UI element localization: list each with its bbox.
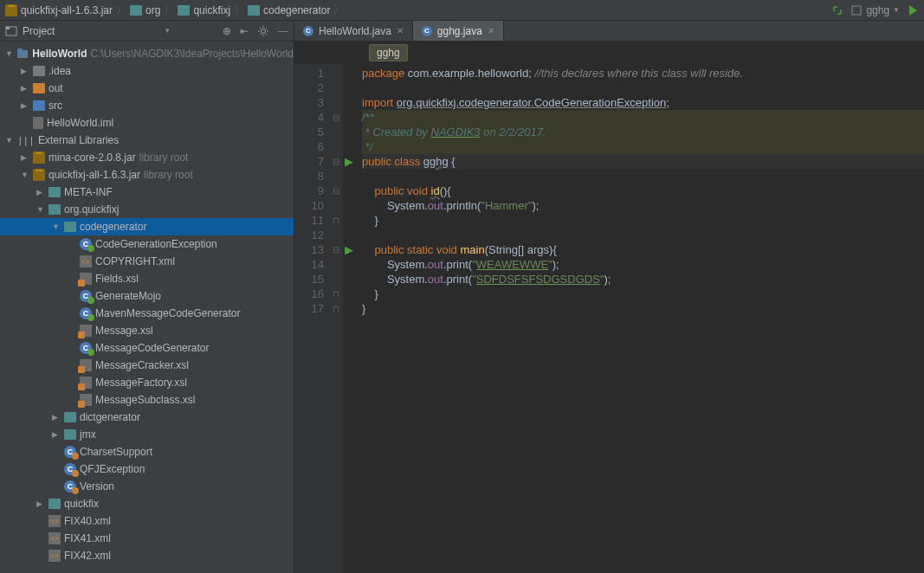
collapse-icon[interactable]: ⇤ <box>240 25 249 37</box>
tree-item[interactable]: ▼|||External Libraries <box>0 132 294 149</box>
tree-item[interactable]: MessageCracker.xsl <box>0 357 294 374</box>
code-line[interactable]: } <box>362 301 924 316</box>
tree-item[interactable]: ▶jmx <box>0 426 294 443</box>
tree-item[interactable]: CMessageCodeGenerator <box>0 339 294 357</box>
code-line[interactable]: * Created by NAGDIK3 on 2/2/2017. <box>362 125 924 139</box>
fold-icon[interactable]: ⊟ <box>333 242 339 257</box>
expand-arrow-icon[interactable]: ▼ <box>36 205 45 214</box>
tree-item[interactable]: CCharsetSupport <box>0 443 294 460</box>
tree-item[interactable]: <>FIX42.xml <box>0 547 294 564</box>
tree-item[interactable]: ▼org.quickfixj <box>0 201 294 218</box>
code-area[interactable]: 1234567891011121314151617 ⊟⊟⊟⊓⊟⊓⊓ ▶▶ pac… <box>294 64 924 573</box>
expand-arrow-icon[interactable]: ▼ <box>5 136 14 145</box>
code-line[interactable]: System.out.println("Hammer"); <box>362 198 924 213</box>
expand-arrow-icon[interactable]: ▼ <box>5 49 13 58</box>
code-line[interactable] <box>362 169 924 183</box>
run-line-icon[interactable]: ▶ <box>345 154 353 169</box>
class-icon: C <box>80 290 92 302</box>
tree-item[interactable]: CGenerateMojo <box>0 287 294 305</box>
tree-item[interactable]: ▼quickfixj-all-1.6.3.jar library root <box>0 166 294 183</box>
breadcrumb-item[interactable]: codegenerator〉 <box>248 3 344 17</box>
fold-icon[interactable]: ⊓ <box>333 301 339 316</box>
run-icon[interactable] <box>907 4 919 16</box>
line-number: 14 <box>294 257 324 272</box>
run-line-icon[interactable]: ▶ <box>345 242 353 257</box>
tree-item[interactable]: ▶src <box>0 97 294 114</box>
breadcrumb-item[interactable]: org〉 <box>130 3 174 17</box>
tree-item[interactable]: ▼HelloWorld C:\Users\NAGDIK3\IdeaProject… <box>0 45 294 62</box>
line-number: 8 <box>294 169 324 183</box>
fold-icon[interactable]: ⊟ <box>333 154 339 169</box>
expand-arrow-icon[interactable]: ▶ <box>21 67 29 75</box>
tree-item[interactable]: <>COPYRIGHT.xml <box>0 253 294 270</box>
editor-tab[interactable]: CHelloWorld.java✕ <box>294 21 413 41</box>
code-line[interactable]: public void id(){ <box>362 183 924 198</box>
project-tree[interactable]: ▼HelloWorld C:\Users\NAGDIK3\IdeaProject… <box>0 42 294 573</box>
code-line[interactable]: public class gghg { <box>362 154 924 169</box>
code-line[interactable]: package com.example.helloworld; //this d… <box>362 66 924 80</box>
expand-arrow-icon[interactable]: ▶ <box>36 499 45 508</box>
code-line[interactable]: System.out.print("WEAWEWWE"); <box>362 257 924 272</box>
editor-crumb-tag[interactable]: gghg <box>369 44 408 61</box>
expand-arrow-icon[interactable]: ▶ <box>21 84 29 93</box>
expand-arrow-icon[interactable]: ▶ <box>52 430 61 439</box>
tree-item[interactable]: CVersion <box>0 478 294 495</box>
tree-item[interactable]: Message.xsl <box>0 322 294 339</box>
code-line[interactable]: } <box>362 286 924 301</box>
run-config-selector[interactable]: gghg ▼ <box>850 4 900 16</box>
close-icon[interactable]: ✕ <box>397 26 404 35</box>
expand-arrow-icon[interactable]: ▶ <box>21 153 29 162</box>
fold-icon[interactable]: ⊓ <box>333 213 339 228</box>
tree-item[interactable]: ▶out <box>0 80 294 97</box>
fold-icon[interactable]: ⊓ <box>333 286 339 301</box>
tree-item[interactable]: ▶META-INF <box>0 183 294 201</box>
tree-item[interactable]: ▶quickfix <box>0 495 294 512</box>
tree-item[interactable]: HelloWorld.iml <box>0 114 294 132</box>
code-line[interactable] <box>362 80 924 95</box>
tree-item-label: MavenMessageCodeGenerator <box>95 307 240 319</box>
code-line[interactable] <box>362 228 924 242</box>
tree-item[interactable]: ▶mina-core-2.0.8.jar library root <box>0 149 294 166</box>
tree-item-label: External Libraries <box>38 134 119 146</box>
tree-item[interactable]: ▶.idea <box>0 62 294 80</box>
code-line[interactable]: public static void main(String[] args){ <box>362 242 924 257</box>
expand-arrow-icon[interactable]: ▼ <box>21 171 29 179</box>
run-gutter[interactable]: ▶▶ <box>343 64 355 573</box>
locate-icon[interactable]: ⊕ <box>223 25 231 37</box>
tree-item[interactable]: ▼codegenerator <box>0 218 294 235</box>
tree-item[interactable]: <>FIX40.xml <box>0 512 294 530</box>
tree-item[interactable]: Fields.xsl <box>0 270 294 287</box>
tree-item[interactable]: ▶dictgenerator <box>0 409 294 426</box>
chevron-right-icon: 〉 <box>164 3 174 17</box>
fold-icon[interactable]: ⊟ <box>333 110 339 125</box>
tree-item[interactable]: MessageSubclass.xsl <box>0 391 294 409</box>
tree-item[interactable]: MessageFactory.xsl <box>0 374 294 391</box>
code-line[interactable]: /** <box>362 110 924 125</box>
gear-icon[interactable] <box>257 25 269 37</box>
code-text[interactable]: package com.example.helloworld; //this d… <box>355 64 924 573</box>
tree-item[interactable]: <>FIX41.xml <box>0 530 294 547</box>
expand-arrow-icon[interactable]: ▶ <box>21 101 29 110</box>
fold-icon[interactable]: ⊟ <box>333 183 339 198</box>
fold-gutter[interactable]: ⊟⊟⊟⊓⊟⊓⊓ <box>329 64 343 573</box>
breadcrumb-item[interactable]: quickfixj〉 <box>178 3 244 17</box>
folder-icon <box>64 412 76 422</box>
chevron-down-icon[interactable]: ▼ <box>164 27 171 35</box>
close-icon[interactable]: ✕ <box>488 26 494 35</box>
sync-icon[interactable] <box>831 4 843 16</box>
tree-item[interactable]: CMavenMessageCodeGenerator <box>0 305 294 322</box>
editor-tab[interactable]: Cgghg.java✕ <box>413 21 504 41</box>
expand-arrow-icon[interactable]: ▶ <box>36 188 45 196</box>
expand-arrow-icon[interactable]: ▶ <box>52 413 61 422</box>
xml-icon: <> <box>48 515 61 527</box>
code-line[interactable]: import org.quickfixj.codegenerator.CodeG… <box>362 95 924 110</box>
hide-icon[interactable]: — <box>278 25 288 37</box>
breadcrumb-item[interactable]: quickfixj-all-1.6.3.jar〉 <box>5 3 126 17</box>
code-line[interactable]: System.out.print("SDFDSFSFSDGSDGDS"); <box>362 272 924 286</box>
expand-arrow-icon[interactable]: ▼ <box>52 222 61 231</box>
code-line[interactable]: */ <box>362 139 924 154</box>
tree-item[interactable]: CQFJException <box>0 460 294 478</box>
code-line[interactable]: } <box>362 213 924 228</box>
folder-icon <box>48 204 61 215</box>
tree-item[interactable]: CCodeGenerationException <box>0 235 294 253</box>
